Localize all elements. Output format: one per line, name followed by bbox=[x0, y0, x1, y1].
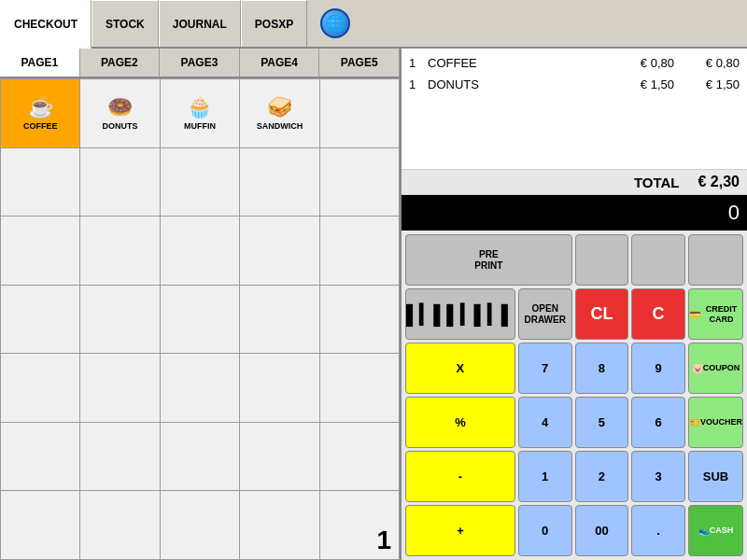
product-r3c2[interactable] bbox=[161, 286, 240, 355]
product-r2c0[interactable] bbox=[1, 217, 80, 286]
page-tab-3[interactable]: PAGE3 bbox=[160, 49, 240, 77]
product-r5c3[interactable] bbox=[240, 423, 319, 492]
num1-button[interactable]: 1 bbox=[518, 451, 572, 502]
tab-stock[interactable]: STOCK bbox=[92, 0, 159, 47]
voucher-button[interactable]: 🎫 VOUCHER bbox=[688, 397, 743, 448]
product-r5c2[interactable] bbox=[161, 423, 240, 492]
product-r5c0[interactable] bbox=[1, 423, 80, 492]
product-r1c1[interactable] bbox=[80, 148, 160, 217]
num6-button[interactable]: 6 bbox=[631, 397, 685, 448]
page-tab-4[interactable]: PAGE4 bbox=[240, 49, 320, 77]
product-r6c4: 1 bbox=[320, 491, 400, 560]
donuts-icon: 🍩 bbox=[107, 95, 133, 119]
product-r6c2[interactable] bbox=[161, 491, 240, 560]
voucher-icon: 🎫 bbox=[689, 417, 700, 428]
display-screen: 0 bbox=[402, 195, 747, 231]
sub-button[interactable]: SUB bbox=[688, 451, 743, 502]
order-unit-0: € 0,80 bbox=[609, 56, 674, 70]
product-r3c1[interactable] bbox=[80, 286, 160, 355]
product-r2c2[interactable] bbox=[161, 217, 240, 286]
product-r5c4[interactable] bbox=[320, 423, 400, 492]
num5-button[interactable]: 5 bbox=[575, 397, 629, 448]
product-r1c0[interactable] bbox=[1, 148, 80, 217]
coffee-label: COFFEE bbox=[23, 121, 58, 131]
product-donuts[interactable]: 🍩 DONUTS bbox=[80, 79, 160, 148]
order-unit-1: € 1,50 bbox=[609, 77, 674, 91]
page-tabs: PAGE1 PAGE2 PAGE3 PAGE4 PAGE5 bbox=[0, 49, 400, 78]
product-r6c1[interactable] bbox=[80, 491, 160, 560]
cash-icon: 👟 bbox=[698, 525, 710, 537]
order-row-0: 1 COFFEE € 0,80 € 0,80 bbox=[402, 52, 747, 74]
product-r4c3[interactable] bbox=[240, 354, 319, 423]
num2-button[interactable]: 2 bbox=[575, 451, 629, 502]
x-button[interactable]: X bbox=[405, 343, 515, 394]
product-r3c0[interactable] bbox=[1, 286, 80, 355]
product-r3c3[interactable] bbox=[240, 286, 319, 355]
page-number: 1 bbox=[376, 525, 391, 555]
percent-button[interactable]: % bbox=[405, 397, 515, 448]
tab-posxp[interactable]: POSXP bbox=[241, 0, 307, 47]
product-r3c4[interactable] bbox=[320, 286, 400, 355]
num7-button[interactable]: 7 bbox=[518, 343, 572, 394]
product-r1c4[interactable] bbox=[320, 148, 400, 217]
empty-k1c4 bbox=[688, 234, 743, 286]
product-r6c3[interactable] bbox=[240, 491, 319, 560]
page-tab-5[interactable]: PAGE5 bbox=[319, 49, 400, 77]
coupon-icon: 🐷 bbox=[692, 363, 703, 374]
product-muffin[interactable]: 🧁 MUFFIN bbox=[161, 79, 240, 148]
order-qty-1: 1 bbox=[409, 77, 428, 91]
product-r4c0[interactable] bbox=[1, 354, 80, 423]
donuts-label: DONUTS bbox=[103, 121, 138, 131]
page-tab-1[interactable]: PAGE1 bbox=[0, 49, 80, 77]
product-r5c1[interactable] bbox=[80, 423, 160, 492]
left-panel: PAGE1 PAGE2 PAGE3 PAGE4 PAGE5 ☕ COFFEE 🍩… bbox=[0, 49, 402, 560]
preprint-button[interactable]: PREPRINT bbox=[405, 234, 572, 286]
num3-button[interactable]: 3 bbox=[631, 451, 685, 502]
num8-button[interactable]: 8 bbox=[575, 343, 629, 394]
plus-button[interactable]: + bbox=[405, 505, 515, 556]
product-r2c4[interactable] bbox=[320, 217, 400, 286]
product-r4c4[interactable] bbox=[320, 354, 400, 423]
product-r4c1[interactable] bbox=[80, 354, 160, 423]
page-tab-2[interactable]: PAGE2 bbox=[80, 49, 161, 77]
product-r2c1[interactable] bbox=[80, 217, 160, 286]
num4-button[interactable]: 4 bbox=[518, 397, 572, 448]
order-row-1: 1 DONUTS € 1,50 € 1,50 bbox=[402, 74, 747, 95]
total-label: TOTAL bbox=[634, 175, 680, 190]
open-drawer-button[interactable]: OPENDRAWER bbox=[518, 288, 572, 340]
order-list: 1 COFFEE € 0,80 € 0,80 1 DONUTS € 1,50 €… bbox=[402, 49, 747, 170]
sandwich-label: SANDWICH bbox=[257, 121, 303, 131]
minus-button[interactable]: - bbox=[405, 451, 515, 502]
product-r1c2[interactable] bbox=[161, 148, 240, 217]
product-r4c2[interactable] bbox=[161, 354, 240, 423]
order-total-1: € 1,50 bbox=[674, 77, 740, 91]
display-value: 0 bbox=[728, 201, 740, 224]
product-empty-r0c4[interactable] bbox=[320, 79, 400, 148]
num00-button[interactable]: 00 bbox=[575, 505, 629, 556]
order-name-0: COFFEE bbox=[428, 56, 609, 70]
tab-journal[interactable]: JOURNAL bbox=[159, 0, 241, 47]
product-r1c3[interactable] bbox=[240, 148, 319, 217]
barcode-icon: ▌▎▌▌▎▌▎▌ bbox=[406, 303, 514, 326]
num9-button[interactable]: 9 bbox=[631, 343, 685, 394]
keypad: PREPRINT ▌▎▌▌▎▌▎▌ OPENDRAWER CL C 💳 CRED… bbox=[402, 231, 747, 560]
product-coffee[interactable]: ☕ COFFEE bbox=[1, 79, 80, 148]
coffee-icon: ☕ bbox=[28, 95, 53, 119]
c-button[interactable]: C bbox=[631, 288, 685, 340]
globe-button[interactable]: 🌐 bbox=[315, 0, 356, 47]
barcode-button[interactable]: ▌▎▌▌▎▌▎▌ bbox=[405, 288, 515, 340]
cl-button[interactable]: CL bbox=[575, 288, 629, 340]
muffin-label: MUFFIN bbox=[184, 121, 216, 131]
cash-button[interactable]: 👟 CASH bbox=[688, 505, 743, 556]
dot-button[interactable]: . bbox=[631, 505, 685, 556]
order-qty-0: 1 bbox=[409, 56, 428, 70]
num0-button[interactable]: 0 bbox=[518, 505, 572, 556]
topbar: CHECKOUT STOCK JOURNAL POSXP 🌐 bbox=[0, 0, 747, 49]
credit-card-button[interactable]: 💳 CREDIT CARD bbox=[688, 288, 743, 340]
product-sandwich[interactable]: 🥪 SANDWICH bbox=[240, 79, 319, 148]
total-value: € 2,30 bbox=[698, 174, 740, 190]
coupon-button[interactable]: 🐷 COUPON bbox=[688, 343, 743, 394]
product-r2c3[interactable] bbox=[240, 217, 319, 286]
product-r6c0[interactable] bbox=[1, 491, 80, 560]
tab-checkout[interactable]: CHECKOUT bbox=[0, 0, 92, 49]
